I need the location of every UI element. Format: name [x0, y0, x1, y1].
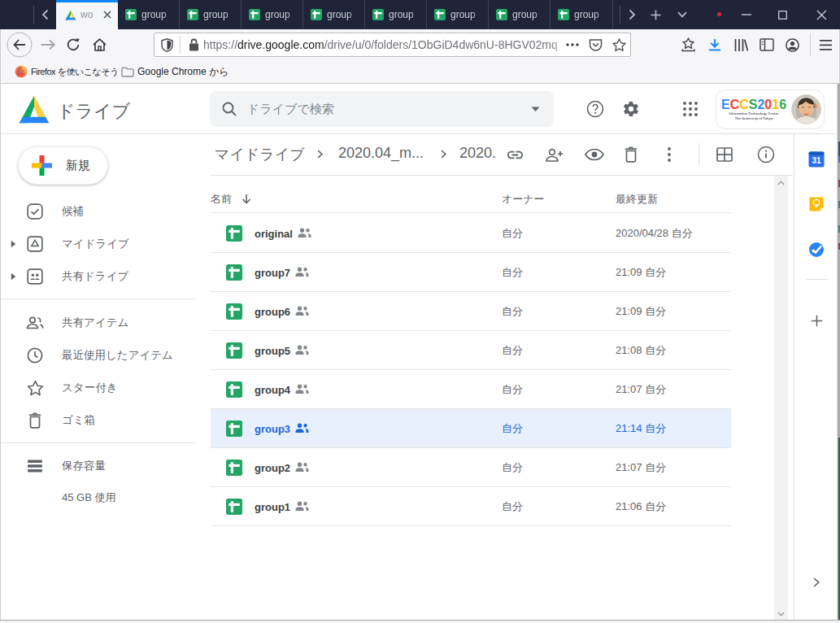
tab-group-2[interactable]: group: [180, 0, 242, 29]
settings-button[interactable]: [622, 84, 640, 134]
google-drive-logo-icon[interactable]: [18, 95, 50, 124]
reload-button[interactable]: [63, 29, 83, 60]
sidebar-item-starred[interactable]: スター付き: [1, 372, 195, 404]
file-row-group6[interactable]: group6 自分 21:09 自分: [211, 292, 731, 331]
file-row-group4[interactable]: group4 自分 21:07 自分: [211, 370, 731, 409]
sidebar-item-my-drive[interactable]: マイドライブ: [1, 228, 195, 260]
lock-icon[interactable]: [189, 38, 199, 51]
search-options-arrow[interactable]: [531, 107, 540, 112]
get-link-button[interactable]: [506, 134, 524, 175]
search-box[interactable]: ドライブで検索: [210, 91, 554, 127]
tab-group-7[interactable]: group: [489, 0, 551, 29]
info-button[interactable]: [757, 134, 775, 175]
column-header-name[interactable]: 名前: [211, 192, 232, 207]
file-row-group1[interactable]: group1 自分 21:06 自分: [211, 487, 731, 526]
pocket-button[interactable]: [589, 38, 603, 52]
list-all-tabs-button[interactable]: [672, 0, 693, 29]
shared-people-icon: [295, 423, 309, 433]
vertical-scrollbar[interactable]: [774, 176, 788, 621]
link-icon: [506, 146, 524, 164]
window-minimize-button[interactable]: [728, 0, 764, 29]
file-row-group3[interactable]: group3 自分 21:14 自分: [211, 409, 731, 448]
more-actions-button[interactable]: [668, 134, 671, 175]
sidebar-item-shared-drives[interactable]: 共有ドライブ: [1, 260, 195, 293]
google-apps-button[interactable]: [682, 84, 699, 134]
file-name[interactable]: group1: [255, 487, 290, 526]
sidebar-item-recent[interactable]: 最近使用したアイテム: [1, 339, 195, 372]
sidebar-item-shared-with-me[interactable]: 共有アイテム: [1, 307, 195, 339]
file-row-group2[interactable]: group2 自分 21:07 自分: [211, 448, 731, 487]
breadcrumb-current-folder[interactable]: 2020.: [459, 145, 496, 162]
file-row-group5[interactable]: group5 自分 21:08 自分: [211, 331, 731, 370]
breadcrumb-parent-folder[interactable]: 2020.04_m...: [338, 145, 424, 162]
file-name[interactable]: group3: [255, 409, 290, 448]
calendar-button[interactable]: 31: [794, 151, 838, 168]
keep-button[interactable]: [794, 196, 838, 212]
file-row-group7[interactable]: group7 自分 21:09 自分: [211, 253, 731, 292]
menu-button[interactable]: [815, 29, 836, 60]
eccs-letter: 2: [757, 98, 764, 111]
file-name[interactable]: group7: [255, 253, 290, 292]
bookmarks-menu-button[interactable]: [677, 29, 699, 60]
url-bar[interactable]: https://drive.google.com/drive/u/0/folde…: [154, 33, 631, 57]
url-text[interactable]: https://drive.google.com/drive/u/0/folde…: [203, 38, 564, 51]
file-modified: 21:07 自分: [616, 370, 666, 409]
preview-button[interactable]: [585, 134, 604, 175]
file-name[interactable]: group4: [255, 370, 290, 409]
side-panel-collapse-button[interactable]: [794, 577, 838, 587]
tab-group-1[interactable]: group: [118, 0, 180, 29]
column-header-modified[interactable]: 最終更新: [616, 192, 658, 207]
get-add-ons-button[interactable]: [794, 315, 838, 327]
bookmark-item-firefox[interactable]: Firefox を使いこなそう: [15, 60, 119, 83]
share-button[interactable]: [545, 134, 564, 175]
page-actions-button[interactable]: [566, 43, 579, 46]
library-button[interactable]: [730, 29, 751, 60]
file-name[interactable]: group5: [255, 331, 290, 370]
downloads-button[interactable]: [704, 29, 725, 60]
drive-app-title: ドライブ: [57, 99, 130, 124]
scrollbar-up-button[interactable]: [774, 176, 788, 190]
expand-arrow-icon[interactable]: [11, 240, 16, 248]
sidebar-item-suggestions[interactable]: 候補: [1, 195, 195, 228]
scrollbar-down-button[interactable]: [774, 607, 788, 621]
file-row-original[interactable]: original 自分 2020/04/28 自分: [211, 214, 731, 253]
file-name[interactable]: group2: [255, 448, 290, 487]
tab-group-5[interactable]: group: [365, 0, 427, 29]
bookmark-item-chrome-folder[interactable]: Google Chrome から: [121, 60, 229, 83]
account-button[interactable]: [781, 29, 803, 60]
sort-descending-arrow-icon[interactable]: [242, 194, 251, 204]
tab-close-button[interactable]: [103, 11, 111, 19]
bookmark-star-button[interactable]: [612, 38, 626, 52]
help-button[interactable]: [586, 84, 604, 134]
search-icon[interactable]: [222, 102, 237, 116]
search-input[interactable]: ドライブで検索: [247, 102, 531, 117]
grid-view-button[interactable]: [716, 134, 733, 175]
tab-group-3[interactable]: group: [242, 0, 303, 29]
window-close-button[interactable]: [803, 0, 840, 29]
forward-button[interactable]: [38, 29, 58, 60]
sidebar-item-trash[interactable]: ゴミ箱: [1, 404, 195, 437]
tab-scroll-right-button[interactable]: [621, 0, 642, 29]
tab-group-8[interactable]: group: [551, 0, 613, 29]
breadcrumb-my-drive[interactable]: マイドライブ: [215, 145, 305, 164]
sidebar-item-storage[interactable]: 保存容量: [1, 450, 195, 482]
tab-scroll-left-button[interactable]: [33, 0, 56, 29]
new-tab-button[interactable]: [645, 0, 666, 29]
window-maximize-button[interactable]: [764, 0, 801, 29]
tasks-button[interactable]: [794, 242, 838, 258]
sidebar-toggle-button[interactable]: [756, 29, 777, 60]
account-card[interactable]: ECCS2016 Information Technology Center T…: [716, 89, 825, 129]
column-header-owner[interactable]: オーナー: [502, 192, 545, 207]
tab-group-4[interactable]: group: [303, 0, 365, 29]
tracking-protection-shield-icon[interactable]: [161, 38, 173, 52]
home-button[interactable]: [89, 29, 109, 60]
new-button[interactable]: 新規: [18, 146, 108, 185]
avatar[interactable]: [791, 94, 821, 124]
tab-group-6[interactable]: group: [427, 0, 489, 29]
expand-arrow-icon[interactable]: [11, 272, 16, 281]
delete-button[interactable]: [625, 134, 638, 175]
back-button[interactable]: [6, 29, 33, 60]
tab-active-drive[interactable]: wo: [56, 0, 118, 29]
file-name[interactable]: original: [255, 214, 293, 253]
file-name[interactable]: group6: [255, 292, 290, 331]
